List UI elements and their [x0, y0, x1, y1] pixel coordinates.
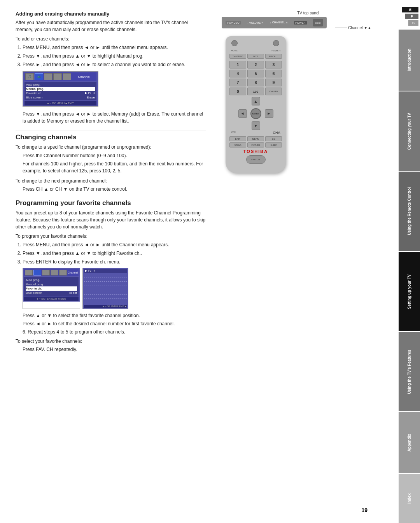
prog-step-3: Press ENTER to display the Favorite ch. …	[23, 258, 206, 265]
remote-sleep-btn[interactable]: SLEEP	[265, 142, 282, 147]
remote-menu-btn[interactable]: MENU	[247, 136, 264, 141]
remote-picture-btn[interactable]: PICTURE	[247, 142, 264, 147]
adding-step4: Press ▼, and then press ◄ or ► to select…	[23, 111, 206, 125]
to-program-label: To program your favorite channels:	[16, 233, 206, 240]
tv-btn-tvvideo: TV/VIDEO	[226, 21, 241, 25]
sidebar-tab-appendix[interactable]: Appendix	[399, 412, 420, 473]
programming-intro: You can preset up to 8 of your favorite …	[16, 209, 206, 230]
remote-btn-8[interactable]: 8	[247, 79, 264, 86]
page-number: 19	[361, 507, 368, 513]
remote-dir-pad: ◄ ▲ ENTER ▼ ►	[238, 97, 273, 130]
remote-power-btn[interactable]	[273, 40, 279, 46]
sidebar-tab-index[interactable]: Index	[399, 474, 420, 523]
remote-mts-btn[interactable]: MTS	[247, 54, 264, 59]
adding-steps-list: Press MENU, and then press ◄ or ► until …	[23, 44, 206, 68]
tv-panel-label: TV top panel	[226, 11, 391, 15]
tv-btn-channel: ∨ CHANNEL ∧	[270, 21, 288, 24]
remote-control: MUTE POWER TV/VIDEO	[226, 36, 391, 173]
right-sidebar: E F S Introduction Connecting your TV Us…	[399, 0, 420, 523]
fav-menu-right: ▶ TV 4 ● = OK ENTER	[82, 268, 128, 309]
remote-ch-down-dir[interactable]: ▼	[252, 121, 260, 130]
changing-channels-title: Changing channels	[16, 133, 206, 141]
remote-btn-0[interactable]: 0	[229, 88, 246, 95]
tv-btn-volume: – VOLUME +	[247, 21, 263, 24]
tv-panel-illustration: TV/VIDEO – VOLUME + ∨ CHANNEL ∧ POWER ⊙⊙…	[222, 17, 327, 28]
remote-power-label: POWER	[271, 49, 280, 52]
remote-btn-9[interactable]: 9	[265, 79, 282, 86]
programming-title: Programming your favorite channels	[16, 199, 206, 207]
tv-btn-power: POWER	[294, 21, 306, 25]
programming-steps-list: Press MENU, and then press ◄ or ► until …	[23, 241, 206, 265]
adding-section-title: Adding and erasing channels manually	[16, 11, 206, 17]
next-programmed-label: To change to the next programmed channel…	[16, 177, 206, 184]
vol-label: VOL	[231, 131, 236, 135]
right-column: TV top panel TV/VIDEO – VOLUME + ∨ CHANN…	[214, 11, 391, 355]
main-content: Adding and erasing channels manually Aft…	[0, 0, 399, 523]
cha-label: CHA	[273, 131, 281, 135]
remote-body: MUTE POWER TV/VIDEO	[226, 36, 286, 173]
remote-ch-up[interactable]: ▲	[252, 97, 260, 105]
remote-sound-btn[interactable]: SOUND	[229, 142, 246, 147]
remote-favch-btn[interactable]: FAV. CH	[246, 155, 266, 164]
section-divider-1	[16, 130, 206, 130]
fav-screenshots: Channel Auto prog. Manual prog. Favorite…	[23, 268, 206, 309]
fav-menu-left: Channel Auto prog. Manual prog. Favorite…	[23, 268, 80, 309]
remote-btn-1[interactable]: 1	[229, 61, 246, 68]
remote-mute-label: MUTE	[231, 49, 238, 52]
remote-enter-center[interactable]: ENTER	[250, 108, 261, 119]
adding-intro: After you have automatically programmed …	[16, 19, 206, 33]
to-select-label: To select your favorite channels:	[16, 338, 206, 345]
sidebar-tab-setting-up[interactable]: Setting up your TV	[399, 252, 420, 331]
press-ch: Press CH ▲ or CH ▼ on the TV or remote c…	[23, 186, 206, 193]
remote-btn-7[interactable]: 7	[229, 79, 246, 86]
remote-exit-btn[interactable]: EXIT	[229, 136, 246, 141]
sidebar-tab-using-remote[interactable]: Using the Remote Control	[399, 172, 420, 251]
changing-intro: To change to a specific channel (program…	[16, 144, 206, 151]
section-divider-2	[16, 196, 206, 196]
prog-step-1: Press MENU, and then press ◄ or ► until …	[23, 241, 206, 248]
remote-recall-btn[interactable]: RECALL	[265, 54, 282, 59]
to-add-label: To add or erase channels:	[16, 35, 206, 42]
remote-btn-3[interactable]: 3	[265, 61, 282, 68]
adding-step-3: Press ►, and then press ◄ or ► to select…	[23, 61, 206, 68]
remote-cc-btn[interactable]: CC	[265, 136, 282, 141]
prog-step6: 6. Repeat steps 4 to 5 to program other …	[23, 328, 206, 335]
remote-tvvideo-btn[interactable]: TV/VIDEO	[229, 54, 246, 59]
remote-btn-100[interactable]: 100	[247, 88, 264, 95]
remote-btn-2[interactable]: 2	[247, 61, 264, 68]
prog-step-2: Press ▼, and then press ▲ or ▼ to highli…	[23, 250, 206, 257]
remote-btn-4[interactable]: 4	[229, 70, 246, 77]
prog-step4: Press ▲ or ▼ to select the first favorit…	[23, 312, 206, 319]
tv-top-panel-area: TV top panel TV/VIDEO – VOLUME + ∨ CHANN…	[218, 11, 391, 28]
changing-press-label: Press the Channel Number buttons (0–9 an…	[23, 152, 206, 159]
bar-s: S	[408, 20, 418, 26]
toshiba-logo: TOSHIBA	[229, 149, 282, 154]
top-color-bars: E F S	[399, 0, 420, 30]
prog-step5: Press ◄ or ► to set the desired channel …	[23, 320, 206, 327]
adding-step-2: Press ▼, and then press ▲ or ▼ to highli…	[23, 53, 206, 60]
channel-indicator: Channel ▼▲	[335, 26, 371, 30]
remote-mute-btn[interactable]	[231, 40, 238, 46]
remote-vol-plus[interactable]: ►	[265, 109, 273, 118]
sidebar-tab-using-tv[interactable]: Using the TV's Features	[399, 332, 420, 411]
remote-btn-chstn[interactable]: CH·STN	[265, 88, 282, 95]
bar-f: F	[405, 14, 418, 19]
changing-100-note: For channels 100 and higher, press the 1…	[23, 160, 206, 174]
remote-vol-minus[interactable]: ◄	[238, 109, 247, 118]
remote-number-grid: 1 2 3 4 5 6 7 8 9 0 100 CH·STN	[229, 61, 282, 95]
sidebar-tab-introduction[interactable]: Introduction	[399, 30, 420, 91]
bar-e: E	[402, 7, 418, 12]
channel-menu-screenshot: 🎵 📺 Channel Auto prog	[23, 71, 98, 107]
remote-btn-5[interactable]: 5	[247, 70, 264, 77]
remote-btn-6[interactable]: 6	[265, 70, 282, 77]
press-fav: Press FAV. CH repeatedly.	[23, 346, 206, 353]
sidebar-tab-connecting[interactable]: Connecting your TV	[399, 91, 420, 171]
adding-step-1: Press MENU, and then press ◄ or ► until …	[23, 44, 206, 51]
left-column: Adding and erasing channels manually Aft…	[16, 11, 206, 355]
